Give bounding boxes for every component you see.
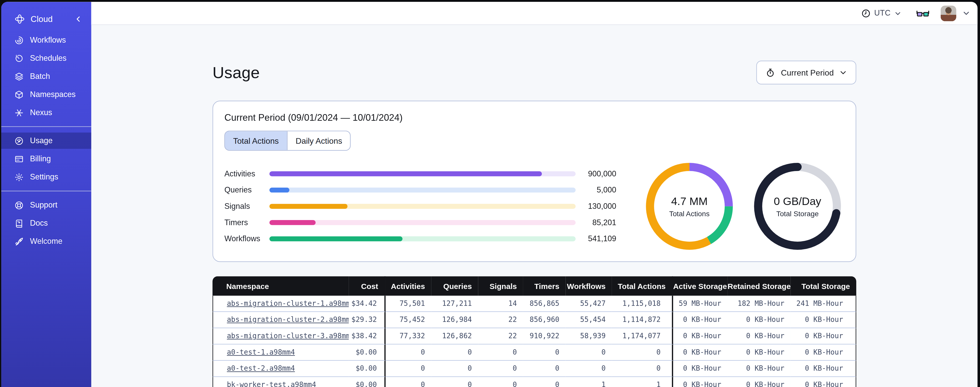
- table-cell: 0 KB-Hour: [673, 312, 727, 328]
- table-row: a0-test-1.a98mm4$0.000000000 KB-Hour0 KB…: [213, 345, 856, 361]
- table-header-cell: Active Storage: [673, 277, 727, 296]
- avatar[interactable]: [941, 5, 956, 21]
- table-cell: abs-migration-cluster-3.a98mm4: [213, 328, 349, 345]
- table-cell: 0: [431, 377, 478, 387]
- screen: Cloud WorkflowsSchedulesBatchNamespacesN…: [0, 0, 980, 387]
- table-cell: 241 MB-Hour: [791, 296, 856, 312]
- period-select-button[interactable]: Current Period: [757, 61, 856, 85]
- donut-label: Total Actions: [669, 210, 710, 217]
- table-cell: 1,115,018: [612, 296, 673, 312]
- namespace-link[interactable]: a0-test-1.a98mm4: [227, 348, 295, 357]
- bar-value: 541,109: [576, 234, 616, 243]
- sidebar-item-docs[interactable]: Docs: [1, 215, 91, 232]
- sidebar-section: UsageBillingSettings: [1, 133, 91, 185]
- usage-card-title: Current Period (09/01/2024 — 10/01/2024): [224, 112, 845, 123]
- tab-daily-actions[interactable]: Daily Actions: [287, 131, 350, 150]
- bar-fill: [269, 171, 542, 176]
- sidebar-item-billing[interactable]: Billing: [1, 150, 91, 167]
- table-cell: 22: [478, 328, 523, 345]
- table-cell: 1: [566, 377, 612, 387]
- table-cell: 0: [523, 361, 566, 377]
- page-title: Usage: [213, 63, 260, 82]
- table-cell: 126,862: [431, 328, 478, 345]
- sidebar-item-label: Welcome: [30, 237, 62, 246]
- namespace-link[interactable]: bk-worker-test.a98mm4: [227, 381, 316, 387]
- topbar: UTC: [91, 2, 978, 25]
- namespace-link[interactable]: a0-test-2.a98mm4: [227, 365, 295, 373]
- table-header-cell: Timers: [523, 277, 566, 296]
- bar-label: Timers: [224, 218, 269, 227]
- workflows-icon: [14, 35, 24, 45]
- table-cell: 0 KB-Hour: [673, 345, 727, 361]
- table-cell: 0 KB-Hour: [791, 345, 856, 361]
- sidebar-item-settings[interactable]: Settings: [1, 169, 91, 185]
- table-cell: 0 KB-Hour: [673, 328, 727, 345]
- table-cell: abs-migration-cluster-2.a98mm4: [213, 312, 349, 328]
- table-header-cell: Workflows: [566, 277, 612, 296]
- namespace-table-wrap: NamespaceCostActivitiesQueriesSignalsTim…: [213, 277, 856, 387]
- table-cell: 126,984: [431, 312, 478, 328]
- bar-row: Activities900,000: [224, 166, 616, 182]
- action-bars: Activities900,000Queries5,000Signals130,…: [224, 166, 616, 247]
- table-cell: 0: [523, 377, 566, 387]
- namespace-link[interactable]: abs-migration-cluster-1.a98mm4: [227, 299, 349, 308]
- period-chevron-down-icon: [840, 69, 847, 76]
- table-cell: 127,211: [431, 296, 478, 312]
- account-chevron-down-icon[interactable]: [963, 10, 970, 17]
- sidebar-item-support[interactable]: Support: [1, 197, 91, 213]
- bar-track: [269, 204, 576, 209]
- nerd-glasses-button[interactable]: [916, 8, 929, 18]
- sidebar-item-usage[interactable]: Usage: [1, 133, 91, 149]
- sidebar-section: SupportDocsWelcome: [1, 197, 91, 249]
- table-cell: 0 KB-Hour: [673, 377, 727, 387]
- donut-value: 4.7 MM: [671, 195, 708, 208]
- table-header-cell: Queries: [431, 277, 478, 296]
- table-header-cell: Cost: [349, 277, 386, 296]
- tab-total-actions[interactable]: Total Actions: [225, 131, 287, 150]
- table-row: abs-migration-cluster-1.a98mm4$34.4275,5…: [213, 296, 856, 312]
- bar-value: 900,000: [576, 170, 616, 178]
- sidebar-item-batch[interactable]: Batch: [1, 68, 91, 85]
- sidebar-item-nexus[interactable]: Nexus: [1, 104, 91, 121]
- table-header-cell: Signals: [478, 277, 523, 296]
- welcome-icon: [14, 237, 24, 246]
- sidebar-item-welcome[interactable]: Welcome: [1, 233, 91, 249]
- sidebar-collapse-button[interactable]: [75, 15, 83, 23]
- chevron-down-icon: [894, 10, 901, 17]
- table-header-cell: Namespace: [213, 277, 349, 296]
- table-cell: 0: [478, 345, 523, 361]
- sidebar-item-label: Support: [30, 201, 57, 209]
- table-cell: a0-test-2.a98mm4: [213, 361, 349, 377]
- total-actions-donut: 4.7 MMTotal Actions: [643, 160, 737, 253]
- bar-fill: [269, 220, 315, 225]
- content: Usage Current Period: [91, 25, 978, 387]
- timezone-selector[interactable]: UTC: [861, 8, 901, 18]
- table-cell: $34.42: [349, 296, 386, 312]
- namespace-link[interactable]: abs-migration-cluster-3.a98mm4: [227, 332, 349, 340]
- table-row: abs-migration-cluster-3.a98mm4$38.4277,3…: [213, 328, 856, 345]
- table-cell: 0 KB-Hour: [673, 361, 727, 377]
- table-cell: 0: [612, 361, 673, 377]
- table-row: a0-test-2.a98mm4$0.000000000 KB-Hour0 KB…: [213, 361, 856, 377]
- sidebar-item-namespaces[interactable]: Namespaces: [1, 86, 91, 102]
- table-cell: bk-worker-test.a98mm4: [213, 377, 349, 387]
- period-select-label: Current Period: [781, 68, 834, 77]
- sidebar-item-workflows[interactable]: Workflows: [1, 32, 91, 48]
- bar-label: Queries: [224, 186, 269, 194]
- bar-track: [269, 237, 576, 241]
- sidebar-item-label: Batch: [30, 72, 50, 81]
- brand-row: Cloud: [1, 10, 91, 28]
- sidebar-item-label: Billing: [30, 154, 51, 163]
- table-cell: 856,865: [523, 296, 566, 312]
- table-cell: 856,960: [523, 312, 566, 328]
- sidebar-item-label: Docs: [30, 219, 48, 227]
- namespace-link[interactable]: abs-migration-cluster-2.a98mm4: [227, 316, 349, 324]
- sidebar-item-schedules[interactable]: Schedules: [1, 50, 91, 66]
- table-cell: 77,332: [386, 328, 431, 345]
- table-cell: 0 KB-Hour: [727, 377, 791, 387]
- table-cell: $0.00: [349, 361, 386, 377]
- namespaces-icon: [14, 90, 24, 99]
- donut-center-text: 0 GB/DayTotal Storage: [751, 160, 845, 253]
- bar-label: Activities: [224, 170, 269, 178]
- usage-summary-card: Current Period (09/01/2024 — 10/01/2024)…: [213, 101, 856, 262]
